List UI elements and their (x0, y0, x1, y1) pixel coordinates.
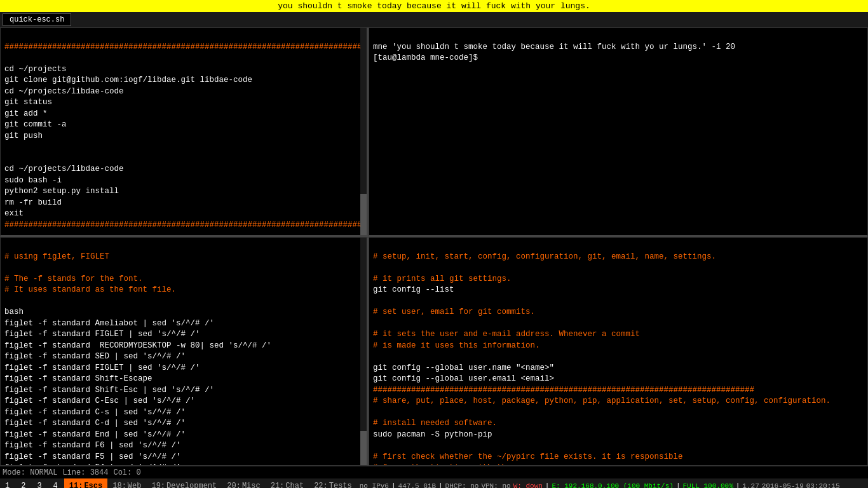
uptime: 1.27 (742, 482, 759, 488)
wifi-status: W: down (513, 482, 543, 488)
top-message-bar: you shouldn t smoke today because it wil… (0, 0, 868, 12)
bottom-bar: 1 2 3 4 11:Escs 18:Web 19:Development 20… (0, 478, 868, 488)
bottom-tab-20-misc[interactable]: 20:Misc (222, 478, 265, 488)
vpn-status: VPN: no (481, 482, 510, 488)
bottom-tab-18-web[interactable]: 18:Web (107, 478, 146, 488)
status-col: Col: 0 (113, 468, 140, 477)
pane-top-right[interactable]: mne 'you shouldn t smoke today because i… (369, 27, 868, 237)
bottom-tab-21-chat[interactable]: 21:Chat (266, 478, 309, 488)
bottom-tab-22-tests[interactable]: 22:Tests (309, 478, 357, 488)
bottom-tab-4[interactable]: 4 (48, 478, 64, 488)
pane-bottom-right[interactable]: # setup, init, start, config, configurat… (369, 237, 868, 466)
pane-bottom-left-content: # using figlet, FIGLET # The -f stands f… (1, 238, 367, 466)
disk-usage: 447.5 GiB (398, 482, 436, 488)
system-status: no IPv6 | 447.5 GiB | DHCP: no VPN: no W… (360, 482, 840, 488)
date: 2016-05-19 (762, 482, 804, 488)
status-mode: Mode: NORMAL (3, 468, 57, 477)
scrollbar-bottom-left[interactable] (360, 238, 367, 465)
battery-status: FULL 100.00% (683, 482, 733, 488)
clock: 03:20:15 (806, 482, 840, 488)
pane-top-left[interactable]: ########################################… (0, 27, 369, 237)
eth-status: E: 192.168.0.100 (100 Mbit/s) (552, 482, 673, 488)
panes-container: ########################################… (0, 27, 868, 466)
bottom-tab-2[interactable]: 2 (16, 478, 32, 488)
bottom-tab-1[interactable]: 1 (0, 478, 16, 488)
top-message-text: you shouldn t smoke today because it wil… (278, 1, 590, 11)
pane-bottom-left[interactable]: # using figlet, FIGLET # The -f stands f… (0, 237, 369, 466)
network-ipv6: no IPv6 (360, 482, 389, 488)
scrollbar-top-left[interactable] (360, 28, 367, 235)
tab-bar: quick-esc.sh (0, 12, 868, 27)
pane-top-right-content: mne 'you shouldn t smoke today because i… (369, 28, 867, 67)
bottom-tab-19-development[interactable]: 19:Development (146, 478, 222, 488)
tab-quick-esc[interactable]: quick-esc.sh (3, 13, 71, 26)
dhcp-status: DHCP: no (445, 482, 479, 488)
status-line: Line: 3844 (62, 468, 108, 477)
pane-bottom-right-content: # setup, init, start, config, configurat… (369, 238, 867, 466)
bottom-tab-11-escs[interactable]: 11:Escs (64, 478, 107, 488)
status-bar: Mode: NORMAL Line: 3844 Col: 0 (0, 466, 868, 478)
bottom-tab-3[interactable]: 3 (32, 478, 48, 488)
pane-top-left-content: ########################################… (1, 28, 367, 237)
